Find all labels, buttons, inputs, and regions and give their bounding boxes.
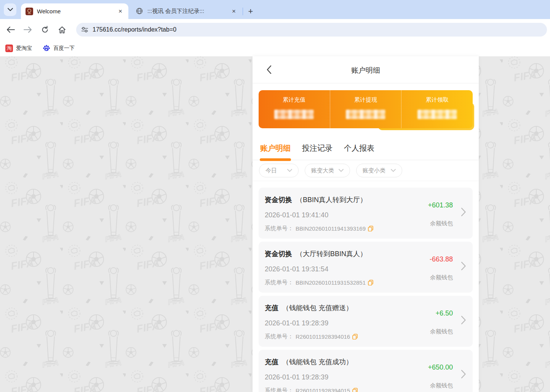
transaction-list: 资金切换（BBIN真人转到大厅） 2026-01-01 19:41:40 系统单…: [253, 181, 479, 392]
home-button[interactable]: [56, 23, 69, 36]
baidu-icon: [43, 44, 50, 53]
transaction-row[interactable]: 资金切换（大厅转到BBIN真人） 2026-01-01 19:31:54 系统单…: [259, 242, 473, 293]
tab-close-icon[interactable]: ×: [230, 8, 237, 15]
summary-label: 累计提现: [354, 96, 377, 104]
taobao-icon: 淘: [5, 45, 13, 52]
transaction-amount: +6.50: [435, 309, 453, 317]
transaction-detail: （钱能钱包 充值赠送）: [282, 304, 353, 312]
back-button[interactable]: [4, 23, 17, 36]
transaction-time: 2026-01-01 19:28:39: [265, 319, 328, 327]
order-label: 系统单号：: [265, 225, 293, 232]
page-background: FIFA FIFA: [0, 56, 550, 392]
forward-button[interactable]: [21, 23, 34, 36]
url-text[interactable]: 175616.cc/reports/index?tab=0: [93, 26, 176, 33]
chevron-right-icon[interactable]: [461, 316, 466, 324]
transaction-title: 充值（钱能钱包 充值赠送）: [265, 303, 353, 312]
filter-major-category-dropdown[interactable]: 账变大类: [305, 164, 350, 177]
blurred-value: [346, 110, 385, 119]
tab-account-detail[interactable]: 账户明细: [260, 143, 291, 155]
summary-card: 累计充值 累计提现 累计领取: [259, 90, 473, 128]
blurred-value: [417, 110, 457, 119]
transaction-order: 系统单号： R2601011928394016: [265, 333, 358, 340]
copy-icon[interactable]: [352, 334, 358, 339]
summary-card-main: 累计充值 累计提现 累计领取: [259, 90, 473, 128]
transaction-wallet: 余额钱包: [430, 220, 453, 227]
transaction-order: 系统单号： BBIN202601011941393169: [265, 225, 373, 232]
order-label: 系统单号：: [265, 387, 293, 392]
tab-strip-separator: [243, 8, 243, 15]
order-number: R2601011928394015: [296, 387, 350, 392]
transaction-wallet: 余额钱包: [430, 274, 453, 281]
tab-personal-report[interactable]: 个人报表: [344, 143, 374, 155]
reload-icon: [41, 26, 49, 33]
chevron-down-icon: [339, 169, 344, 172]
chevron-right-icon[interactable]: [461, 262, 466, 270]
browser-tab-strip: Welcome × :::视讯 会员下注纪录::: × +: [0, 0, 550, 19]
tab-search-button[interactable]: [4, 3, 16, 16]
filter-label: 账变小类: [363, 167, 385, 174]
bookmark-aitaobao[interactable]: 淘 爱淘宝: [5, 45, 32, 52]
copy-icon[interactable]: [368, 280, 373, 285]
new-tab-button[interactable]: +: [245, 6, 256, 17]
copy-icon[interactable]: [352, 388, 358, 392]
chevron-down-icon: [287, 169, 292, 172]
summary-label: 累计充值: [283, 96, 305, 104]
browser-tab-betting-records[interactable]: :::视讯 会员下注纪录::: ×: [131, 3, 242, 19]
summary-col-withdraw: 累计提现: [330, 90, 401, 128]
transaction-order: 系统单号： R2601011928394015: [265, 387, 358, 392]
browser-tab-welcome[interactable]: Welcome ×: [21, 3, 128, 19]
bookmarks-bar: 淘 爱淘宝 百度一下: [0, 40, 550, 56]
order-number: BBIN202601011931532851: [296, 279, 366, 286]
filter-label: 今日: [265, 167, 277, 174]
globe-icon: [136, 8, 144, 15]
transaction-amount: -663.88: [430, 255, 453, 263]
filter-label: 账变大类: [311, 167, 334, 174]
casino-site-favicon: [26, 8, 33, 15]
transaction-title: 资金切换（大厅转到BBIN真人）: [265, 249, 367, 258]
chevron-down-icon: [8, 8, 13, 11]
order-number: BBIN202601011941393169: [296, 225, 366, 232]
page-title: 账户明细: [253, 65, 479, 75]
tab-close-icon[interactable]: ×: [117, 8, 124, 15]
filter-date-dropdown[interactable]: 今日: [259, 164, 299, 177]
transaction-time: 2026-01-01 19:41:40: [265, 211, 328, 219]
summary-label: 累计领取: [426, 96, 449, 104]
filter-row: 今日 账变大类 账变小类: [253, 160, 479, 181]
reload-button[interactable]: [38, 23, 51, 36]
transaction-amount: +601.38: [428, 201, 453, 209]
transaction-row[interactable]: 充值（钱能钱包 充值成功） 2026-01-01 19:28:39 系统单号： …: [259, 350, 473, 392]
transaction-type: 资金切换: [265, 196, 292, 204]
chevron-right-icon[interactable]: [461, 208, 466, 216]
summary-col-claimed: 累计领取: [401, 90, 473, 128]
copy-icon[interactable]: [368, 226, 373, 231]
chevron-down-icon: [391, 169, 396, 172]
account-detail-panel: 账户明细 累计充值 累计提现: [253, 56, 479, 392]
transaction-wallet: 余额钱包: [430, 382, 453, 389]
order-number: R2601011928394016: [296, 333, 350, 340]
transaction-type: 充值: [265, 358, 278, 366]
tab-title: :::视讯 会员下注纪录:::: [147, 8, 230, 15]
transaction-row[interactable]: 资金切换（BBIN真人转到大厅） 2026-01-01 19:41:40 系统单…: [259, 188, 473, 239]
transaction-time: 2026-01-01 19:31:54: [265, 265, 328, 273]
transaction-time: 2026-01-01 19:28:39: [265, 373, 328, 381]
bookmark-baidu[interactable]: 百度一下: [43, 44, 75, 53]
transaction-wallet: 余额钱包: [430, 328, 453, 335]
filter-minor-category-dropdown[interactable]: 账变小类: [356, 164, 402, 177]
browser-window: Welcome × :::视讯 会员下注纪录::: × + 175616.cc: [0, 0, 550, 392]
summary-section: 累计充值 累计提现 累计领取: [253, 83, 479, 138]
transaction-type: 充值: [265, 304, 278, 312]
home-icon: [58, 26, 66, 33]
transaction-order: 系统单号： BBIN202601011931532851: [265, 279, 373, 286]
url-bar[interactable]: 175616.cc/reports/index?tab=0: [76, 23, 547, 37]
order-label: 系统单号：: [265, 279, 293, 286]
transaction-row[interactable]: 充值（钱能钱包 充值赠送） 2026-01-01 19:28:39 系统单号： …: [259, 296, 473, 347]
transaction-amount: +650.00: [428, 363, 453, 371]
tab-bet-records[interactable]: 投注记录: [302, 143, 333, 155]
bookmark-label: 爱淘宝: [16, 45, 32, 52]
blurred-value: [274, 110, 314, 119]
transaction-detail: （钱能钱包 充值成功）: [282, 358, 353, 366]
order-label: 系统单号：: [265, 333, 293, 340]
transaction-title: 资金切换（BBIN真人转到大厅）: [265, 195, 367, 204]
chevron-right-icon[interactable]: [461, 370, 466, 378]
forward-arrow-icon: [24, 27, 32, 33]
